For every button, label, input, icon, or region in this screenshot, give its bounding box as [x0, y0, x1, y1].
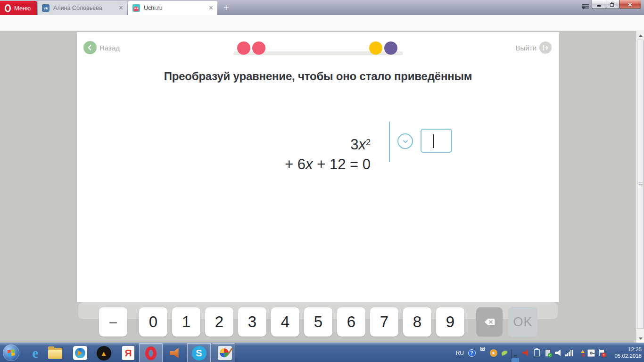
key-minus[interactable]: – — [99, 307, 127, 337]
task-title: Преобразуй уравнение, чтобы оно стало пр… — [77, 70, 559, 83]
tab-title: Алина Соловьева — [53, 5, 102, 11]
exit-button[interactable] — [539, 41, 552, 54]
key-4[interactable]: 4 — [271, 307, 299, 337]
menu-button-label: Меню — [14, 5, 31, 12]
taskbar-opera-icon[interactable] — [143, 345, 159, 361]
folder-icon — [48, 348, 62, 359]
key-backspace[interactable] — [476, 307, 503, 337]
help-tray-icon[interactable]: ? — [468, 349, 476, 357]
opera-menu-button[interactable]: Меню — [0, 1, 37, 15]
tab-close-icon[interactable]: × — [119, 4, 123, 12]
yandex-icon: Я — [122, 346, 134, 360]
clock-date: 05.02.2018 — [614, 353, 642, 359]
key-2[interactable]: 2 — [205, 307, 233, 337]
network-error-tray-icon[interactable]: × — [576, 349, 584, 357]
back-label[interactable]: Назад — [99, 44, 120, 52]
tab-vk-alina[interactable]: vk Алина Соловьева × — [38, 1, 127, 15]
vk-favicon: vk — [42, 4, 50, 12]
key-3[interactable]: 3 — [238, 307, 266, 337]
key-8[interactable]: 8 — [403, 307, 431, 337]
exit-label[interactable]: Выйти — [516, 44, 537, 52]
clock-time: 12:25 — [614, 346, 642, 353]
opera-logo-icon — [5, 4, 11, 12]
taskbar-ie-icon[interactable]: e — [27, 345, 43, 361]
scrollbar-grip — [639, 182, 643, 186]
restore-icon — [610, 2, 615, 7]
key-0[interactable]: 0 — [139, 307, 167, 337]
show-hidden-icons[interactable] — [479, 349, 487, 357]
vertical-divider — [389, 122, 390, 162]
restore-button[interactable] — [606, 0, 619, 9]
close-button[interactable]: × — [619, 0, 641, 9]
chevron-down-icon — [401, 137, 410, 146]
progress-dot — [384, 41, 397, 55]
signal-bars-tray-icon[interactable] — [565, 349, 573, 357]
tab-menu-icon[interactable] — [582, 4, 589, 11]
new-tab-button[interactable]: + — [221, 2, 232, 13]
taskbar-aimp-icon[interactable]: ▲ — [96, 345, 112, 361]
tab-title: Uchi.ru — [144, 5, 163, 11]
display-tray-icon[interactable] — [511, 349, 519, 357]
browser-toolbar: uchi.ru /cards/33288 ♡ — [0, 15, 644, 31]
scroll-down-button[interactable] — [636, 335, 644, 343]
media-player-icon — [73, 346, 87, 360]
start-button[interactable] — [3, 345, 19, 361]
key-5[interactable]: 5 — [304, 307, 332, 337]
key-1[interactable]: 1 — [172, 307, 200, 337]
language-indicator[interactable]: RU — [456, 350, 464, 356]
clipboard-tray-icon[interactable] — [533, 349, 541, 357]
minimize-button[interactable] — [592, 0, 606, 9]
skype-icon: S — [192, 346, 206, 361]
scroll-up-button[interactable] — [636, 31, 644, 39]
taskbar-yandex-icon[interactable]: Я — [120, 345, 136, 361]
answer-input[interactable] — [421, 129, 452, 153]
taskbar-explorer-icon[interactable] — [47, 345, 63, 361]
window-controls: × — [592, 0, 641, 9]
progress-dot — [237, 41, 250, 55]
usb-device-tray-icon[interactable]: ✓ — [544, 349, 552, 357]
uchi-favicon — [132, 4, 140, 12]
dropdown-chevron-button[interactable] — [397, 133, 413, 149]
key-7[interactable]: 7 — [370, 307, 398, 337]
opera-icon — [145, 346, 157, 360]
windows-taskbar: e ▲ Я S RU ? ★ — [0, 343, 644, 362]
leaf-tray-icon[interactable] — [500, 349, 508, 357]
key-ok[interactable]: OK — [508, 307, 537, 337]
star-tray-icon[interactable]: ★ — [489, 349, 497, 357]
taskbar-clock[interactable]: 12:25 05.02.2018 — [614, 346, 642, 359]
equation-text: 3x2 + 6x + 12 = 0 — [261, 132, 371, 174]
taskbar-skype-icon[interactable]: S — [191, 345, 207, 361]
chevron-left-icon — [86, 44, 94, 51]
taskbar-audio-app-icon[interactable] — [167, 345, 183, 361]
browser-tab-bar: Меню vk Алина Соловьева × Uchi.ru × + × — [0, 0, 644, 15]
paint-icon — [218, 346, 232, 360]
taskbar-media-player-icon[interactable] — [72, 345, 88, 361]
tab-close-icon[interactable]: × — [209, 4, 213, 12]
exercise-card: Назад Выйти Преобразуй уравнение, чтобы … — [77, 32, 559, 302]
exit-arrow-icon — [542, 44, 549, 51]
progress-dot — [369, 41, 382, 55]
ie-icon: e — [33, 346, 39, 361]
volume-tray-icon[interactable] — [554, 349, 562, 357]
speaker-icon — [170, 348, 181, 358]
aimp-icon: ▲ — [97, 346, 111, 361]
page-viewport: Назад Выйти Преобразуй уравнение, чтобы … — [0, 31, 644, 343]
text-caret — [433, 134, 434, 148]
back-button[interactable] — [83, 41, 97, 54]
action-center-flag-icon[interactable]: × — [598, 349, 606, 357]
chevron-down-icon — [480, 348, 484, 361]
windows-flag-icon — [8, 349, 15, 356]
taskbar-paint-icon[interactable] — [217, 345, 233, 361]
audio-tray-icon[interactable] — [522, 349, 530, 357]
progress-dot — [252, 41, 265, 55]
key-tray-icon[interactable] — [587, 349, 595, 357]
system-tray: RU ? ★ ✓ × × — [456, 343, 606, 362]
backspace-icon — [482, 315, 496, 329]
scrollbar-thumb[interactable] — [637, 40, 644, 329]
tab-uchi-active[interactable]: Uchi.ru × — [128, 1, 217, 15]
key-9[interactable]: 9 — [436, 307, 464, 337]
key-6[interactable]: 6 — [337, 307, 365, 337]
scrollbar[interactable] — [636, 31, 644, 343]
